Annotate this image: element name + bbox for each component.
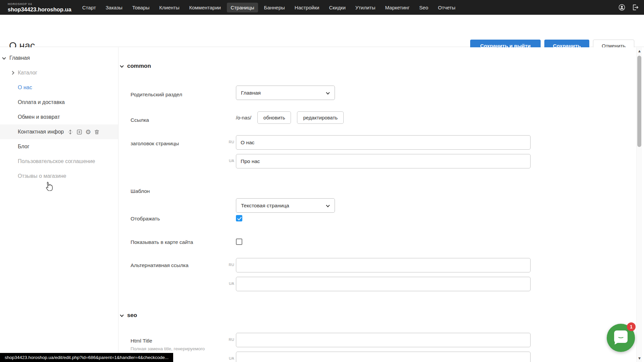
main-menu: Старт Заказы Товары Клиенты Комментарии … [79, 3, 459, 12]
alt-link-ua-input[interactable] [236, 277, 531, 291]
page-title-ru-input[interactable] [236, 135, 531, 150]
parent-section-value: Главная [241, 90, 261, 96]
lang-badge-ru: RU [226, 263, 234, 267]
alt-link-ru-input[interactable] [236, 258, 531, 272]
move-icon[interactable] [67, 129, 73, 135]
chevron-down-icon [326, 203, 330, 207]
logo-version: HOROSHOP V4 [8, 3, 70, 6]
link-slug: /o-nas/ [236, 115, 251, 120]
section-title: common [127, 63, 151, 69]
template-select[interactable]: Текстовая страница [236, 198, 335, 213]
nav-item-clients[interactable]: Клиенты [156, 3, 183, 12]
sidebar-item-label: Главная [9, 55, 30, 61]
gear-icon[interactable]: ⚙ [85, 129, 91, 135]
alt-link-label: Альтернативная ссылка [131, 262, 189, 268]
sidebar-item-label: Отзывы о магазине [18, 173, 66, 179]
nav-item-orders[interactable]: Заказы [102, 3, 126, 12]
lang-badge-ua: UA [226, 356, 234, 360]
nav-item-comments[interactable]: Комментарии [186, 3, 225, 12]
link-label: Ссылка [131, 117, 149, 123]
nav-item-marketing[interactable]: Маркетинг [381, 3, 413, 12]
section-common[interactable]: common [120, 63, 151, 69]
chevron-down-icon [120, 313, 123, 317]
sidebar-item-label: О нас [18, 85, 32, 91]
chevron-down-icon [326, 91, 330, 94]
page-header: О нас Сохранить и выйти Сохранить Отмени… [0, 15, 644, 47]
parent-section-label: Родительский раздел [131, 92, 182, 98]
trash-icon[interactable] [94, 129, 100, 135]
chat-widget-button[interactable]: 1 [607, 324, 635, 352]
html-title-hint: Полная замена title, генерируемого [131, 346, 205, 351]
sidebar-item-obmen[interactable]: Обмен и возврат [0, 110, 118, 124]
sidebar-item-label: Пользовательское соглашение [18, 158, 95, 164]
display-label: Отображать [131, 216, 160, 222]
logout-icon[interactable] [631, 3, 639, 11]
page-title-ua-input[interactable] [236, 154, 531, 168]
chat-unread-badge: 1 [627, 322, 636, 331]
template-value: Текстовая страница [241, 203, 289, 209]
sidebar-item-label: Блог [18, 144, 30, 150]
lang-badge-ru: RU [226, 140, 234, 144]
sitemap-label: Показывать в карте сайта [131, 239, 193, 245]
link-controls: /o-nas/ обновить редактировать [236, 111, 344, 124]
parent-section-select[interactable]: Главная [236, 86, 335, 100]
nav-item-pages[interactable]: Страницы [227, 3, 258, 12]
vertical-scrollbar[interactable]: ▲ ▼ [636, 47, 642, 362]
scroll-down-icon[interactable]: ▼ [637, 357, 642, 360]
sidebar-item-label: Каталог [18, 70, 37, 76]
scroll-up-icon[interactable]: ▲ [637, 49, 642, 53]
sidebar-item-katalog[interactable]: Каталог [0, 65, 118, 80]
sidebar-item-kontaktnaya[interactable]: Контактная инфор ⚙ [0, 124, 118, 139]
nav-item-reports[interactable]: Отчеты [434, 3, 459, 12]
link-refresh-button[interactable]: обновить [257, 111, 291, 124]
lang-badge-ru: RU [226, 338, 234, 342]
nav-item-settings[interactable]: Настройки [291, 3, 323, 12]
sidebar-item-oplata[interactable]: Оплата и доставка [0, 95, 118, 110]
plus-square-icon[interactable] [76, 129, 83, 135]
sidebar-item-glavnaya[interactable]: Главная [0, 51, 118, 65]
page-edit-form: common Родительский раздел Главная Ссылк… [119, 47, 635, 362]
sidebar-item-blog[interactable]: Блог [0, 139, 118, 154]
top-navbar: HOROSHOP V4 shop34423.horoshop.ua Старт … [0, 0, 644, 15]
lang-badge-ua: UA [226, 159, 234, 163]
chevron-down-icon[interactable] [2, 56, 6, 59]
chat-smile-icon [617, 334, 624, 338]
nav-item-discounts[interactable]: Скидки [325, 3, 349, 12]
chat-bubble-icon [614, 330, 628, 343]
sidebar-item-soglashenie[interactable]: Пользовательское соглашение [0, 154, 118, 169]
nav-item-start[interactable]: Старт [79, 3, 100, 12]
sitemap-checkbox[interactable] [236, 239, 242, 245]
navbar-right [618, 0, 639, 15]
nav-item-banners[interactable]: Баннеры [260, 3, 289, 12]
nav-item-utilities[interactable]: Утилиты [352, 3, 379, 12]
sidebar-item-label: Контактная инфор [18, 129, 64, 135]
logo[interactable]: HOROSHOP V4 shop34423.horoshop.ua [8, 3, 70, 12]
section-title: seo [127, 312, 137, 319]
template-label: Шаблон [131, 188, 150, 194]
chevron-right-icon[interactable] [10, 71, 14, 74]
section-seo[interactable]: seo [120, 312, 137, 319]
html-title-label: Html Title [131, 338, 152, 344]
nav-item-products[interactable]: Товары [129, 3, 153, 12]
link-url-statusbar: shop34423.horoshop.ua/edit/edit.php?id=6… [0, 353, 173, 362]
logo-domain: shop34423.horoshop.ua [8, 7, 70, 12]
nav-item-seo[interactable]: Seo [415, 3, 432, 12]
html-title-ru-input[interactable] [236, 333, 531, 347]
sidebar-item-otzyvy[interactable]: Отзывы о магазине [0, 169, 118, 184]
sidebar-item-label: Оплата и доставка [18, 99, 65, 105]
chevron-down-icon [120, 64, 123, 67]
html-title-ua-input[interactable] [236, 352, 531, 362]
lang-badge-ua: UA [226, 281, 234, 286]
link-edit-button[interactable]: редактировать [297, 111, 344, 124]
display-checkbox[interactable] [236, 215, 242, 221]
page-title-label: заголовок страницы [131, 141, 179, 147]
user-icon[interactable] [618, 3, 626, 11]
sidebar-item-label: Обмен и возврат [18, 114, 60, 120]
scrollbar-thumb[interactable] [637, 56, 641, 147]
tree-row-actions: ⚙ [67, 129, 100, 135]
sidebar-item-o-nas[interactable]: О нас [0, 80, 118, 95]
pages-tree-sidebar: Главная Каталог О нас Оплата и доставка … [0, 47, 118, 362]
